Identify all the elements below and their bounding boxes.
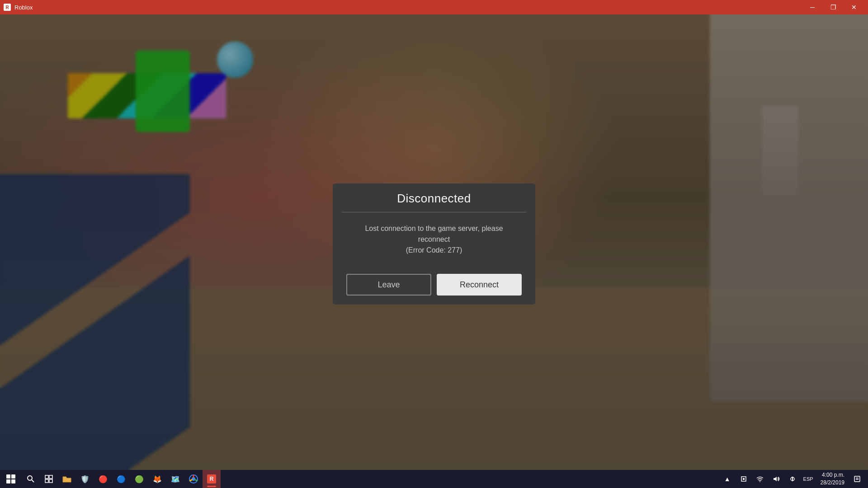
- app4-button[interactable]: 🦊: [148, 470, 166, 488]
- chrome-icon: [189, 474, 198, 483]
- roblox-taskbar-button[interactable]: R: [203, 470, 221, 488]
- svg-marker-11: [774, 477, 777, 481]
- dialog-message: Lost connection to the game server, plea…: [347, 223, 521, 256]
- windows-logo-icon: [6, 474, 15, 483]
- system-tray: ▲: [720, 470, 868, 488]
- chrome-button[interactable]: [184, 470, 203, 488]
- roblox-taskbar-icon: R: [207, 474, 216, 483]
- app2-button[interactable]: 🔵: [112, 470, 130, 488]
- maps-button[interactable]: 🗺️: [166, 470, 184, 488]
- disconnected-dialog: Disconnected Lost connection to the game…: [333, 183, 535, 305]
- folder-icon: [62, 475, 71, 483]
- dialog-title: Disconnected: [397, 192, 471, 205]
- leave-button[interactable]: Leave: [346, 274, 431, 296]
- message-line1: Lost connection to the game server, plea…: [365, 225, 503, 232]
- search-icon: [27, 475, 35, 483]
- date-text: 28/2/2019: [821, 479, 844, 487]
- speaker-icon: [773, 476, 780, 482]
- roblox-icon: R: [4, 4, 11, 11]
- task-view-button[interactable]: [40, 470, 58, 488]
- reconnect-button[interactable]: Reconnect: [437, 274, 522, 296]
- show-hidden-icons-button[interactable]: ▲: [720, 470, 735, 488]
- titlebar-controls: ─ ❐ ✕: [802, 0, 864, 14]
- titlebar: R Roblox ─ ❐ ✕: [0, 0, 868, 14]
- svg-rect-14: [854, 476, 860, 482]
- svg-rect-9: [743, 478, 745, 480]
- volume-icon[interactable]: [769, 470, 783, 488]
- hardware-icon[interactable]: [736, 470, 751, 488]
- svg-rect-4: [45, 479, 48, 483]
- minimize-button[interactable]: ─: [802, 0, 823, 14]
- svg-rect-5: [49, 479, 52, 483]
- notification-icon: [854, 475, 861, 483]
- dialog-body: Lost connection to the game server, plea…: [333, 212, 535, 267]
- dialog-buttons: Leave Reconnect: [333, 267, 535, 305]
- svg-point-0: [28, 476, 32, 480]
- message-line3: (Error Code: 277): [406, 246, 462, 254]
- task-view-icon: [45, 475, 53, 483]
- search-taskbar-button[interactable]: [22, 470, 40, 488]
- svg-line-1: [32, 480, 34, 482]
- antivirus-button[interactable]: 🛡️: [76, 470, 94, 488]
- file-explorer-button[interactable]: [58, 470, 76, 488]
- dialog-header: Disconnected: [333, 183, 535, 212]
- pen-device-icon: [789, 476, 796, 482]
- app1-button[interactable]: 🔴: [94, 470, 112, 488]
- network-icon[interactable]: [753, 470, 767, 488]
- svg-point-10: [760, 481, 760, 482]
- maximize-button[interactable]: ❐: [823, 0, 844, 14]
- clock-display[interactable]: 4:00 p.m. 28/2/2019: [817, 471, 848, 487]
- pen-icon[interactable]: [785, 470, 800, 488]
- svg-rect-3: [49, 475, 52, 479]
- taskbar: 🛡️ 🔴 🔵 🟢 🦊 🗺️ R ▲: [0, 470, 868, 488]
- app3-button[interactable]: 🟢: [130, 470, 148, 488]
- wifi-icon: [756, 476, 764, 482]
- notification-center-button[interactable]: [850, 470, 864, 488]
- svg-rect-2: [45, 475, 48, 479]
- esp-label[interactable]: ESP: [802, 476, 815, 482]
- message-line2: reconnect: [418, 235, 450, 243]
- start-button[interactable]: [0, 470, 22, 488]
- window-title: Roblox: [14, 4, 33, 11]
- close-button[interactable]: ✕: [844, 0, 864, 14]
- time-text: 4:00 p.m.: [821, 471, 844, 479]
- hardware-device-icon: [741, 476, 747, 482]
- titlebar-left: R Roblox: [4, 4, 33, 11]
